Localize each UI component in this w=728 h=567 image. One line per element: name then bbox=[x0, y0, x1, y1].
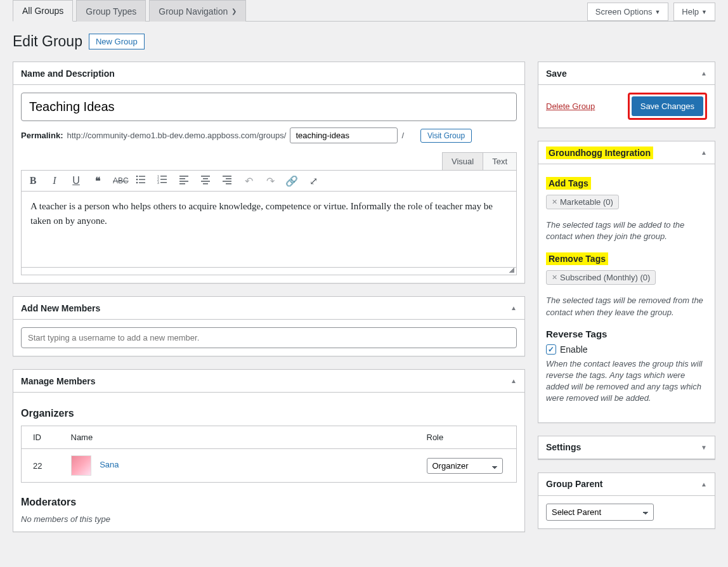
settings-heading: Settings bbox=[546, 442, 581, 452]
collapse-icon[interactable]: ▲ bbox=[701, 149, 707, 156]
save-changes-button[interactable]: Save Changes bbox=[632, 96, 703, 116]
save-heading: Save bbox=[546, 68, 567, 79]
parent-select[interactable]: Select Parent bbox=[546, 504, 654, 521]
permalink-row: Permalink: http://community-demo1.bb-dev… bbox=[21, 127, 517, 143]
no-moderators-note: No members of this type bbox=[21, 514, 517, 524]
svg-rect-16 bbox=[201, 176, 210, 177]
reverse-tags-enable[interactable]: ✓ Enable bbox=[546, 344, 707, 355]
visit-group-button[interactable]: Visit Group bbox=[420, 129, 472, 143]
strikethrough-icon[interactable]: ABC bbox=[113, 176, 126, 185]
align-right-icon[interactable] bbox=[221, 174, 233, 187]
role-select[interactable]: Organizer bbox=[427, 458, 503, 474]
settings-box: Settings ▼ bbox=[538, 436, 715, 460]
editor-resize-handle[interactable] bbox=[21, 268, 517, 275]
svg-rect-18 bbox=[201, 181, 210, 182]
fullscreen-icon[interactable]: ⤢ bbox=[307, 175, 320, 187]
svg-rect-19 bbox=[203, 183, 208, 185]
svg-point-0 bbox=[136, 176, 138, 178]
collapse-icon[interactable]: ▲ bbox=[701, 70, 707, 77]
chevron-right-icon: ❯ bbox=[231, 8, 237, 15]
tag-subscribed-monthly[interactable]: ✕ Subscribed (Monthly) (0) bbox=[546, 270, 656, 285]
moderators-heading: Moderators bbox=[21, 497, 517, 508]
name-description-box: Name and Description Permalink: http://c… bbox=[13, 62, 525, 284]
manage-members-heading: Manage Members bbox=[21, 376, 95, 386]
checkbox-checked-icon: ✓ bbox=[546, 344, 556, 355]
expand-icon[interactable]: ▼ bbox=[701, 444, 707, 451]
reverse-tags-heading: Reverse Tags bbox=[546, 329, 707, 339]
save-box: Save ▲ Delete Group Save Changes bbox=[538, 62, 715, 128]
svg-rect-5 bbox=[139, 182, 145, 183]
editor-text: A teacher is a person who helps others t… bbox=[30, 199, 507, 228]
link-icon[interactable]: 🔗 bbox=[285, 175, 298, 187]
italic-icon[interactable]: I bbox=[48, 175, 61, 186]
svg-rect-11 bbox=[160, 182, 167, 183]
tab-group-navigation[interactable]: Group Navigation ❯ bbox=[149, 0, 246, 22]
group-title-input[interactable] bbox=[21, 93, 517, 121]
bullet-list-icon[interactable] bbox=[134, 174, 147, 187]
name-description-heading: Name and Description bbox=[21, 68, 115, 79]
help-label: Help bbox=[682, 7, 699, 16]
tab-all-groups[interactable]: All Groups bbox=[13, 0, 73, 22]
add-members-box: Add New Members ▲ bbox=[13, 296, 525, 356]
manage-members-box: Manage Members ▲ Organizers ID Name Role bbox=[13, 369, 525, 532]
svg-rect-1 bbox=[139, 176, 145, 176]
svg-rect-23 bbox=[226, 183, 231, 185]
group-parent-heading: Group Parent bbox=[546, 479, 602, 489]
slug-input[interactable] bbox=[290, 127, 398, 143]
table-row: 22 Sana Organizer bbox=[22, 449, 517, 483]
editor-content-area[interactable]: A teacher is a person who helps others t… bbox=[21, 192, 517, 268]
groundhogg-box: Groundhogg Integration ▲ Add Tags ✕ Mark… bbox=[538, 141, 715, 423]
new-group-button[interactable]: New Group bbox=[89, 34, 145, 49]
remove-tags-heading: Remove Tags bbox=[546, 252, 707, 265]
remove-tag-icon[interactable]: ✕ bbox=[552, 198, 557, 206]
permalink-slash: / bbox=[401, 131, 404, 140]
organizers-table: ID Name Role 22 Sana bbox=[21, 426, 517, 483]
delete-group-link[interactable]: Delete Group bbox=[546, 101, 595, 111]
save-highlight: Save Changes bbox=[628, 93, 707, 120]
member-name-link[interactable]: Sana bbox=[100, 460, 119, 469]
editor-mode-tabs: Visual Text bbox=[21, 152, 517, 170]
collapse-icon[interactable]: ▲ bbox=[701, 481, 707, 488]
editor-tab-text[interactable]: Text bbox=[483, 152, 517, 170]
svg-rect-17 bbox=[203, 178, 208, 179]
remove-tag-icon[interactable]: ✕ bbox=[552, 273, 557, 282]
collapse-icon[interactable]: ▲ bbox=[510, 304, 517, 311]
group-parent-box: Group Parent ▲ Select Parent bbox=[538, 472, 715, 529]
redo-icon[interactable]: ↷ bbox=[264, 175, 276, 187]
svg-rect-12 bbox=[179, 176, 188, 177]
collapse-icon[interactable]: ▲ bbox=[510, 377, 517, 384]
tag-marketable[interactable]: ✕ Marketable (0) bbox=[546, 195, 619, 209]
col-name: Name bbox=[60, 426, 415, 449]
bold-icon[interactable]: B bbox=[27, 175, 39, 186]
reverse-tags-note: When the contact leaves the group this w… bbox=[546, 358, 707, 405]
align-center-icon[interactable] bbox=[199, 174, 212, 187]
col-id: ID bbox=[22, 426, 60, 449]
undo-icon[interactable]: ↶ bbox=[242, 175, 255, 187]
screen-options-label: Screen Options bbox=[595, 7, 653, 16]
svg-rect-14 bbox=[179, 181, 188, 182]
enable-label: Enable bbox=[560, 344, 588, 355]
blockquote-icon[interactable]: ❝ bbox=[91, 175, 104, 187]
numbered-list-icon[interactable]: 123 bbox=[156, 174, 169, 187]
member-id: 22 bbox=[22, 449, 60, 483]
underline-icon[interactable]: U bbox=[70, 175, 82, 186]
svg-point-4 bbox=[136, 182, 138, 184]
tab-group-types[interactable]: Group Types bbox=[76, 0, 146, 22]
svg-rect-9 bbox=[160, 179, 167, 179]
organizers-heading: Organizers bbox=[21, 408, 517, 419]
col-role: Role bbox=[415, 426, 517, 449]
align-left-icon[interactable] bbox=[178, 174, 190, 187]
editor-tab-visual[interactable]: Visual bbox=[442, 152, 483, 170]
add-member-input[interactable] bbox=[21, 327, 517, 348]
help-button[interactable]: Help ▼ bbox=[673, 3, 715, 21]
svg-text:3: 3 bbox=[157, 181, 159, 185]
svg-rect-15 bbox=[179, 183, 185, 185]
screen-options-button[interactable]: Screen Options ▼ bbox=[587, 3, 669, 21]
svg-point-2 bbox=[136, 179, 138, 181]
editor-toolbar: B I U ❝ ABC 123 bbox=[21, 170, 517, 192]
page-title: Edit Group bbox=[13, 33, 82, 50]
svg-rect-3 bbox=[139, 179, 145, 179]
permalink-base: http://community-demo1.bb-dev.demo.appbo… bbox=[67, 131, 286, 140]
add-tags-heading: Add Tags bbox=[546, 177, 707, 190]
tab-group-navigation-label: Group Navigation bbox=[159, 6, 228, 16]
